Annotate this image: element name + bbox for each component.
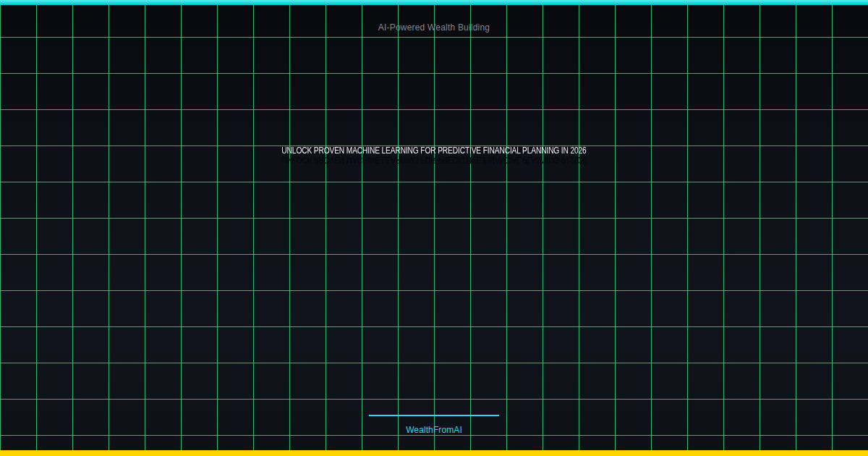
bottom-accent-bar bbox=[0, 450, 868, 456]
headline-reflection: UNLOCK PROVEN MACHINE LEARNING FOR PREDI… bbox=[78, 155, 790, 164]
top-accent-bar bbox=[0, 0, 868, 5]
brand-divider-line bbox=[369, 415, 499, 416]
social-card: AI-Powered Wealth Building UNLOCK PROVEN… bbox=[0, 0, 868, 456]
headline-group: UNLOCK PROVEN MACHINE LEARNING FOR PREDI… bbox=[78, 146, 790, 164]
grid-background bbox=[0, 0, 868, 456]
kicker-text: AI-Powered Wealth Building bbox=[0, 22, 868, 33]
brand-name: WealthFromAI bbox=[0, 425, 868, 435]
